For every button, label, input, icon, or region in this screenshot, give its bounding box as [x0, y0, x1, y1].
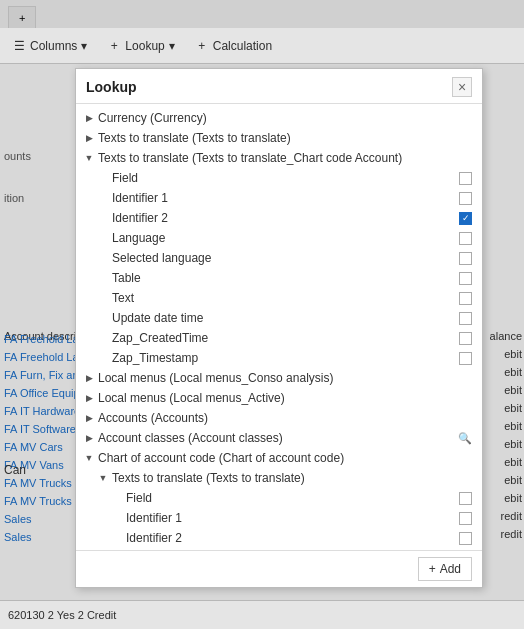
tree-label-texts-sub: Texts to translate (Texts to translate)	[110, 471, 476, 485]
tree-label-identifier1-1: Identifier 1	[110, 191, 459, 205]
lookup-modal: Lookup × ▶ Currency (Currency) ▶ Texts t…	[75, 68, 483, 588]
add-label: Add	[440, 562, 461, 576]
tree-label-identifier2-1: Identifier 2	[110, 211, 459, 225]
tree-label-text-1: Text	[110, 291, 459, 305]
checkbox-table-1[interactable]	[459, 272, 472, 285]
checkbox-update-date-time[interactable]	[459, 312, 472, 325]
tree-label-currency: Currency (Currency)	[96, 111, 476, 125]
checkbox-identifier1-1[interactable]	[459, 192, 472, 205]
tree-label-identifier2-2: Identifier 2	[124, 531, 459, 545]
tree-label-account-classes: Account classes (Account classes)	[96, 431, 458, 445]
tree-item-update-date-time[interactable]: Update date time	[76, 308, 482, 328]
tree-arrow-local-menus-active: ▶	[82, 391, 96, 405]
tree-label-table-1: Table	[110, 271, 459, 285]
checkbox-field-1[interactable]	[459, 172, 472, 185]
checkbox-identifier2-1[interactable]	[459, 212, 472, 225]
tree-label-field-2: Field	[124, 491, 459, 505]
tree-item-identifier2-2[interactable]: Identifier 2	[76, 528, 482, 548]
tree-label-zap-created-time: Zap_CreatedTime	[110, 331, 459, 345]
tree-item-local-menus-active[interactable]: ▶ Local menus (Local menus_Active)	[76, 388, 482, 408]
checkbox-zap-timestamp[interactable]	[459, 352, 472, 365]
tree-item-identifier1-1[interactable]: Identifier 1	[76, 188, 482, 208]
tree-item-accounts[interactable]: ▶ Accounts (Accounts)	[76, 408, 482, 428]
tree-item-account-classes[interactable]: ▶ Account classes (Account classes) 🔍	[76, 428, 482, 448]
tree-item-texts-translate-1[interactable]: ▶ Texts to translate (Texts to translate…	[76, 128, 482, 148]
tree-label-zap-timestamp: Zap_Timestamp	[110, 351, 459, 365]
tree-label-language-1: Language	[110, 231, 459, 245]
search-icon: 🔍	[458, 432, 476, 445]
tree-item-texts-translate-2[interactable]: ▼ Texts to translate (Texts to translate…	[76, 148, 482, 168]
tree-label-local-menus-conso: Local menus (Local menus_Conso analysis)	[96, 371, 476, 385]
tree-item-identifier2-1[interactable]: Identifier 2	[76, 208, 482, 228]
tree-item-zap-created-time[interactable]: Zap_CreatedTime	[76, 328, 482, 348]
tree-arrow-currency: ▶	[82, 111, 96, 125]
tree-item-chart-of-account-code[interactable]: ▼ Chart of account code (Chart of accoun…	[76, 448, 482, 468]
add-button[interactable]: + Add	[418, 557, 472, 581]
checkbox-language-1[interactable]	[459, 232, 472, 245]
tree-label-local-menus-active: Local menus (Local menus_Active)	[96, 391, 476, 405]
modal-title: Lookup	[86, 79, 137, 95]
tree-item-text-1[interactable]: Text	[76, 288, 482, 308]
tree-label-texts-1: Texts to translate (Texts to translate)	[96, 131, 476, 145]
tree-arrow-spacer	[96, 171, 110, 185]
modal-body[interactable]: ▶ Currency (Currency) ▶ Texts to transla…	[76, 104, 482, 550]
modal-close-button[interactable]: ×	[452, 77, 472, 97]
checkbox-selected-language-1[interactable]	[459, 252, 472, 265]
tree-item-identifier1-2[interactable]: Identifier 1	[76, 508, 482, 528]
checkbox-identifier2-2[interactable]	[459, 532, 472, 545]
modal-header: Lookup ×	[76, 69, 482, 104]
checkbox-identifier1-2[interactable]	[459, 512, 472, 525]
checkbox-field-2[interactable]	[459, 492, 472, 505]
tree-arrow-texts-sub: ▼	[96, 471, 110, 485]
tree-label-update-date-time: Update date time	[110, 311, 459, 325]
tree-item-table-1[interactable]: Table	[76, 268, 482, 288]
tree-arrow-account-classes: ▶	[82, 431, 96, 445]
tree-item-zap-timestamp[interactable]: Zap_Timestamp	[76, 348, 482, 368]
tree-arrow-local-menus-conso: ▶	[82, 371, 96, 385]
tree-arrow-texts-2: ▼	[82, 151, 96, 165]
tree-label-accounts: Accounts (Accounts)	[96, 411, 476, 425]
tree-item-texts-translate-sub[interactable]: ▼ Texts to translate (Texts to translate…	[76, 468, 482, 488]
tree-arrow-chart-of-account: ▼	[82, 451, 96, 465]
checkbox-zap-created-time[interactable]	[459, 332, 472, 345]
tree-label-identifier1-2: Identifier 1	[124, 511, 459, 525]
tree-arrow-texts-1: ▶	[82, 131, 96, 145]
tree-label-texts-2: Texts to translate (Texts to translate_C…	[96, 151, 476, 165]
tree-item-currency[interactable]: ▶ Currency (Currency)	[76, 108, 482, 128]
checkbox-text-1[interactable]	[459, 292, 472, 305]
tree-label-chart-of-account: Chart of account code (Chart of account …	[96, 451, 476, 465]
tree-item-selected-language-1[interactable]: Selected language	[76, 248, 482, 268]
tree-item-field-2[interactable]: Field	[76, 488, 482, 508]
tree-item-language-1[interactable]: Language	[76, 228, 482, 248]
tree-item-local-menus-conso[interactable]: ▶ Local menus (Local menus_Conso analysi…	[76, 368, 482, 388]
tree-arrow-accounts: ▶	[82, 411, 96, 425]
modal-footer: + Add	[76, 550, 482, 587]
tree-label-field-1: Field	[110, 171, 459, 185]
add-plus-icon: +	[429, 562, 436, 576]
tree-label-selected-language-1: Selected language	[110, 251, 459, 265]
tree-item-field-1[interactable]: Field	[76, 168, 482, 188]
